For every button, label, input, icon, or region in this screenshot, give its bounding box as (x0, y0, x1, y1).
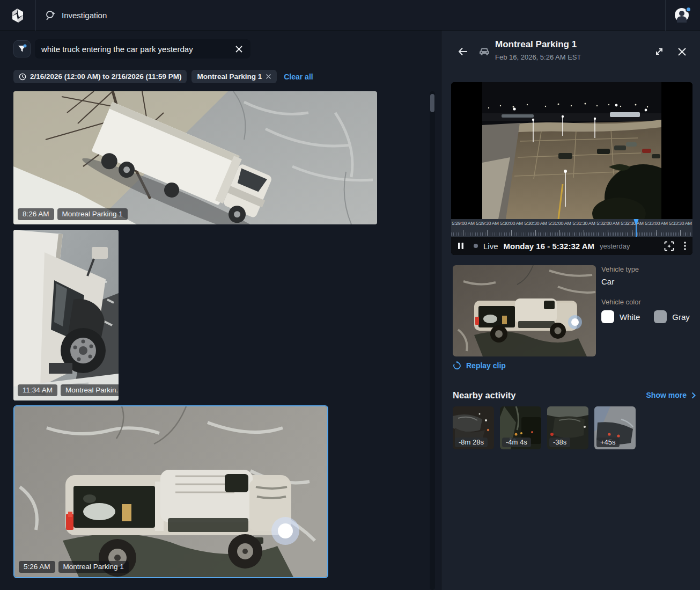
investigation-search-icon (45, 10, 56, 21)
vehicle-type-value: Car (601, 277, 696, 286)
vehicle-color-white: White (601, 310, 640, 323)
detection-focus-icon[interactable] (664, 241, 674, 251)
top-bar: Investigation (0, 0, 700, 31)
live-label[interactable]: Live (483, 242, 498, 251)
search-input[interactable] (41, 45, 233, 54)
results-panel: 2/16/2026 (12:00 AM) to 2/16/2026 (11:59… (0, 31, 441, 590)
expand-icon[interactable] (653, 45, 666, 58)
nearby-offset-badge: -8m 28s (455, 438, 488, 447)
results-scrollbar[interactable] (430, 91, 435, 590)
car-icon (478, 46, 491, 57)
player-timeline[interactable]: 5:29:00 AM 5:29:30 AM 5:30:00 AM 5:30:30… (451, 219, 692, 237)
detection-snapshot (453, 265, 596, 356)
relative-day-label: yesterday (600, 242, 630, 250)
filter-button[interactable] (13, 40, 31, 57)
clock-icon (19, 73, 26, 81)
date-range-label: 2/16/2026 (12:00 AM) to 2/16/2026 (11:59… (30, 72, 181, 81)
page-title: Investigation (62, 11, 107, 20)
more-options-icon[interactable] (684, 242, 686, 250)
search-clear-icon[interactable] (233, 43, 244, 54)
result-2-camera-badge: Montreal Parkin... (61, 384, 119, 396)
nearby-item-1[interactable]: -8m 28s (453, 406, 494, 449)
clear-all-link[interactable]: Clear all (284, 72, 313, 81)
result-3-camera-badge: Montreal Parking 1 (58, 561, 129, 573)
vehicle-type-label: Vehicle type (601, 265, 696, 273)
back-icon[interactable] (456, 45, 469, 58)
detection-thumbnail[interactable] (453, 265, 596, 356)
nearby-item-3[interactable]: -38s (547, 406, 588, 449)
show-more-link[interactable]: Show more (646, 391, 696, 399)
close-icon[interactable] (675, 45, 688, 58)
result-3-time-badge: 5:26 AM (19, 561, 55, 573)
camera-filter-label: Montreal Parking 1 (197, 72, 262, 81)
result-3-snapshot (14, 406, 327, 577)
result-2-time-badge: 11:34 AM (18, 384, 57, 396)
search-bar (35, 39, 250, 59)
detail-panel: Montreal Parking 1 Feb 16, 2026, 5:26 AM… (441, 31, 700, 590)
video-player[interactable]: 5:29:00 AM 5:29:30 AM 5:30:00 AM 5:30:30… (451, 82, 692, 255)
date-range-chip[interactable]: 2/16/2026 (12:00 AM) to 2/16/2026 (11:59… (13, 70, 187, 83)
chevron-right-icon (691, 392, 696, 399)
detail-header: Montreal Parking 1 Feb 16, 2026, 5:26 AM… (441, 31, 700, 72)
nearby-activity-row: -8m 28s -4m 4s -38s (453, 406, 636, 449)
pause-button[interactable] (458, 242, 464, 250)
timeline-labels: 5:29:00 AM 5:29:30 AM 5:30:00 AM 5:30:30… (451, 219, 692, 226)
result-1-camera-badge: Montreal Parking 1 (57, 208, 128, 220)
playback-timestamp: Monday 16 - 5:32:32 AM (504, 242, 595, 251)
avatar-status-badge (686, 6, 691, 12)
video-frame[interactable] (451, 82, 692, 219)
timeline-playhead[interactable] (633, 219, 639, 237)
topbar-divider (35, 0, 36, 31)
vehicle-attributes: Vehicle type Car Vehicle color White Gra… (601, 265, 696, 323)
nearby-offset-badge: -4m 4s (502, 438, 531, 447)
white-swatch (601, 310, 614, 323)
nearby-offset-badge: +45s (596, 438, 620, 447)
result-1-time-badge: 8:26 AM (18, 208, 54, 220)
gray-swatch (654, 310, 667, 323)
detail-title: Montreal Parking 1 (495, 39, 581, 50)
result-card-3[interactable]: 5:26 AM Montreal Parking 1 (13, 405, 328, 578)
user-avatar[interactable] (675, 8, 690, 23)
result-2-snapshot (13, 230, 119, 400)
vehicle-color-label: Vehicle color (601, 298, 696, 306)
vehicle-color-gray: Gray (654, 310, 690, 323)
replay-icon (453, 361, 461, 370)
replay-clip-button[interactable]: Replay clip (453, 361, 506, 370)
nearby-item-4[interactable]: +45s (594, 406, 636, 449)
detail-subtitle: Feb 16, 2026, 5:26 AM EST (495, 53, 581, 61)
nearby-offset-badge: -38s (549, 438, 570, 447)
filter-chips-row: 2/16/2026 (12:00 AM) to 2/16/2026 (11:59… (13, 70, 313, 83)
timeline-ticks (451, 230, 692, 236)
camera-filter-chip[interactable]: Montreal Parking 1 (191, 70, 277, 83)
result-card-1[interactable]: 8:26 AM Montreal Parking 1 (13, 91, 377, 224)
topbar-divider-right (665, 0, 666, 31)
result-1-snapshot (13, 91, 377, 224)
results-scrollbar-thumb[interactable] (430, 94, 434, 112)
nearby-item-2[interactable]: -4m 4s (500, 406, 541, 449)
camera-chip-remove-icon[interactable] (266, 74, 271, 79)
replay-clip-label: Replay clip (466, 361, 506, 370)
result-card-2[interactable]: 11:34 AM Montreal Parkin... (13, 230, 119, 400)
player-controls: Live Monday 16 - 5:32:32 AM yesterday (451, 237, 692, 255)
live-indicator-dot (474, 244, 478, 248)
live-video-snapshot (482, 82, 661, 219)
nearby-activity-title: Nearby activity (453, 390, 515, 400)
app-logo-icon[interactable] (8, 5, 28, 26)
